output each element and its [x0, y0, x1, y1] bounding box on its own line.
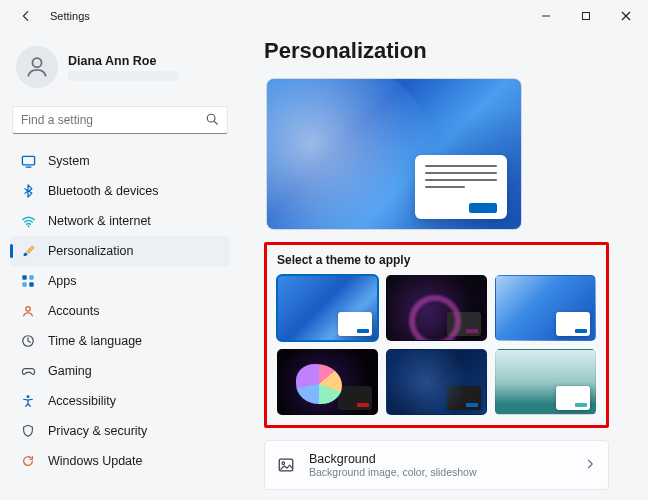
svg-rect-10	[22, 282, 26, 286]
gaming-icon	[20, 363, 36, 379]
nav-label: Personalization	[48, 244, 133, 258]
svg-rect-11	[29, 282, 33, 286]
search-box[interactable]	[12, 106, 228, 134]
window-controls	[526, 2, 646, 30]
nav-gaming[interactable]: Gaming	[10, 356, 230, 386]
search-input[interactable]	[21, 113, 205, 127]
svg-point-16	[282, 462, 285, 465]
theme-option-5[interactable]	[386, 349, 487, 415]
svg-rect-9	[29, 275, 33, 279]
nav-label: Bluetooth & devices	[48, 184, 159, 198]
svg-point-14	[27, 395, 30, 398]
search-icon	[205, 112, 219, 129]
desktop-preview	[266, 78, 522, 230]
main: Personalization Select a theme to apply	[240, 32, 648, 500]
clock-icon	[20, 333, 36, 349]
background-row[interactable]: Background Background image, color, slid…	[264, 440, 609, 490]
accounts-icon	[20, 303, 36, 319]
nav-label: Accessibility	[48, 394, 116, 408]
svg-point-2	[32, 58, 41, 67]
nav-label: Time & language	[48, 334, 142, 348]
nav-network[interactable]: Network & internet	[10, 206, 230, 236]
maximize-button[interactable]	[566, 2, 606, 30]
theme-option-6[interactable]	[495, 349, 596, 415]
apps-icon	[20, 273, 36, 289]
user-name: Diana Ann Roe	[68, 54, 178, 68]
svg-point-12	[26, 307, 31, 312]
preview-card	[415, 155, 507, 219]
theme-option-1[interactable]	[277, 275, 378, 341]
titlebar: Settings	[0, 0, 648, 32]
bluetooth-icon	[20, 183, 36, 199]
nav-accessibility[interactable]: Accessibility	[10, 386, 230, 416]
nav-label: Network & internet	[48, 214, 151, 228]
nav-personalization[interactable]: Personalization	[10, 236, 230, 266]
back-button[interactable]	[16, 6, 36, 26]
theme-option-2[interactable]	[386, 275, 487, 341]
shield-icon	[20, 423, 36, 439]
window-title: Settings	[50, 10, 526, 22]
update-icon	[20, 453, 36, 469]
nav-label: Gaming	[48, 364, 92, 378]
nav-update[interactable]: Windows Update	[10, 446, 230, 476]
wifi-icon	[20, 213, 36, 229]
nav-label: Windows Update	[48, 454, 143, 468]
nav-apps[interactable]: Apps	[10, 266, 230, 296]
nav-label: Apps	[48, 274, 77, 288]
image-icon	[277, 456, 295, 474]
themes-header: Select a theme to apply	[277, 253, 596, 267]
theme-option-4[interactable]	[277, 349, 378, 415]
nav: System Bluetooth & devices Network & int…	[10, 146, 230, 476]
svg-rect-1	[583, 13, 590, 20]
nav-bluetooth[interactable]: Bluetooth & devices	[10, 176, 230, 206]
page-title: Personalization	[264, 38, 630, 64]
svg-point-7	[27, 225, 29, 227]
nav-privacy[interactable]: Privacy & security	[10, 416, 230, 446]
nav-time[interactable]: Time & language	[10, 326, 230, 356]
row-title: Background	[309, 452, 570, 466]
user-profile[interactable]: Diana Ann Roe	[10, 36, 230, 102]
svg-rect-5	[22, 156, 34, 164]
close-button[interactable]	[606, 2, 646, 30]
chevron-right-icon	[584, 458, 596, 473]
theme-option-3[interactable]	[495, 275, 596, 341]
nav-label: Accounts	[48, 304, 99, 318]
minimize-button[interactable]	[526, 2, 566, 30]
system-icon	[20, 153, 36, 169]
nav-label: System	[48, 154, 90, 168]
paintbrush-icon	[20, 243, 36, 259]
svg-line-4	[214, 121, 217, 124]
svg-rect-8	[22, 275, 26, 279]
row-subtitle: Background image, color, slideshow	[309, 466, 570, 478]
nav-label: Privacy & security	[48, 424, 147, 438]
nav-accounts[interactable]: Accounts	[10, 296, 230, 326]
avatar	[16, 46, 58, 88]
user-email-placeholder	[68, 71, 178, 81]
nav-system[interactable]: System	[10, 146, 230, 176]
themes-section: Select a theme to apply	[264, 242, 609, 428]
accessibility-icon	[20, 393, 36, 409]
sidebar: Diana Ann Roe System Bluetooth & devices…	[0, 32, 240, 500]
